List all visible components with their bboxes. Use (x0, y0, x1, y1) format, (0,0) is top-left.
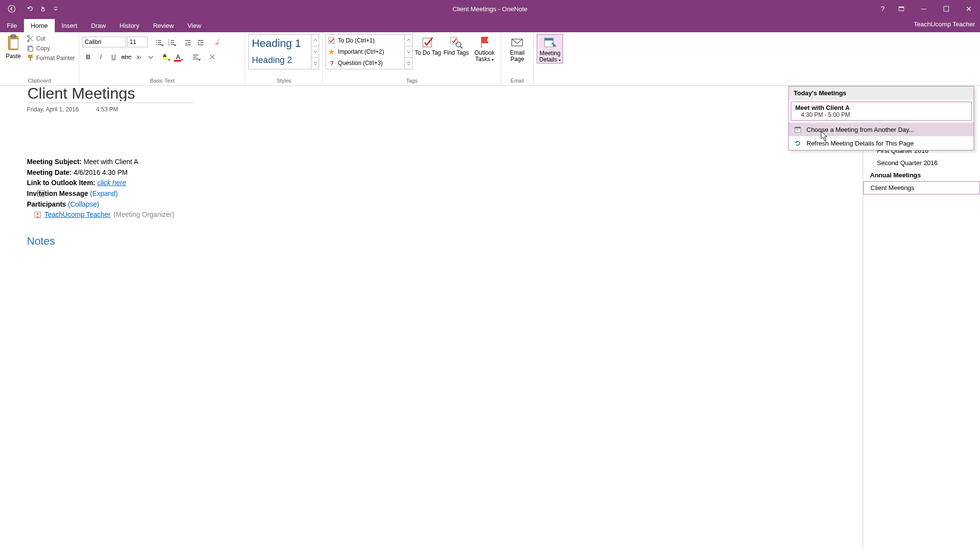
style-heading2[interactable]: Heading 2 (249, 52, 311, 69)
svg-rect-5 (944, 6, 949, 11)
dropdown-meeting-item[interactable]: Meet with Client A 4:30 PM - 5:00 PM (791, 102, 972, 121)
bold-button[interactable]: B (82, 51, 94, 63)
svg-point-49 (37, 213, 39, 215)
group-label-basic-text: Basic Text (82, 77, 242, 84)
page-title[interactable]: Client Meetings (27, 86, 193, 102)
format-painter-button[interactable]: Format Painter (25, 54, 76, 63)
tags-up[interactable] (405, 35, 412, 46)
meeting-icon (543, 36, 557, 49)
meeting-details-block: Meeting Subject: Meet with Client A Meet… (27, 157, 843, 220)
styles-more[interactable] (311, 58, 319, 69)
svg-rect-30 (198, 40, 203, 41)
minimize-button[interactable] (913, 0, 935, 18)
font-size-select[interactable] (127, 37, 148, 47)
expand-toggle[interactable]: + (38, 190, 44, 197)
ribbon-display-button[interactable] (890, 0, 913, 18)
outlook-link[interactable]: click here (97, 179, 126, 187)
tab-review[interactable]: Review (146, 19, 181, 32)
group-label-styles: Styles (248, 77, 319, 84)
back-button[interactable] (6, 3, 18, 15)
tag-todo[interactable]: To Do (Ctrl+1) (326, 35, 404, 46)
highlight-button[interactable] (159, 51, 171, 63)
find-tags-button[interactable]: Find Tags (443, 34, 469, 56)
tags-down[interactable] (405, 46, 412, 58)
font-color-button[interactable]: A (172, 51, 184, 63)
invitation-label: Invitation Message (27, 190, 88, 197)
group-label-meetings (537, 83, 563, 84)
delete-button[interactable] (206, 51, 218, 63)
page-canvas[interactable]: Client Meetings Friday, April 1, 2016 4:… (0, 86, 863, 549)
font-select[interactable] (82, 37, 126, 47)
close-button[interactable] (958, 0, 980, 18)
expand-link[interactable]: (Expand) (90, 190, 118, 197)
outdent-button[interactable] (182, 36, 194, 48)
copy-label: Copy (36, 45, 50, 52)
underline-button[interactable]: U (108, 51, 119, 63)
sidebar-item-q2[interactable]: Second Quarter 2016 (863, 157, 980, 169)
svg-rect-26 (171, 44, 174, 45)
scissors-icon (26, 35, 34, 42)
svg-rect-12 (29, 47, 33, 51)
svg-rect-41 (407, 62, 410, 63)
maximize-button[interactable] (935, 0, 958, 18)
subject-label: Meeting Subject: (27, 158, 82, 166)
link-label: Link to Outlook Item: (27, 179, 95, 187)
sidebar-item-annual[interactable]: Annual Meetings (863, 169, 980, 181)
tab-file[interactable]: File (0, 19, 24, 32)
meeting-details-button[interactable]: Meeting Details ▾ (537, 34, 563, 63)
tags-more[interactable] (405, 58, 412, 69)
numbering-button[interactable]: 123 (165, 36, 177, 48)
styles-up[interactable] (311, 35, 319, 46)
envelope-icon (510, 35, 524, 49)
touch-mode-button[interactable] (37, 3, 49, 15)
choose-meeting-item[interactable]: Choose a Meeting from Another Day... (789, 123, 974, 136)
tab-view[interactable]: View (181, 19, 208, 32)
indent-button[interactable] (195, 36, 206, 48)
tag-important[interactable]: Important (Ctrl+2) (326, 46, 404, 57)
style-heading1[interactable]: Heading 1 (249, 35, 311, 52)
group-styles: Heading 1 Heading 2 Styles (245, 32, 323, 85)
cut-button[interactable]: Cut (25, 34, 76, 43)
svg-rect-52 (796, 129, 797, 130)
tab-home[interactable]: Home (24, 19, 55, 32)
page-time: 4:53 PM (96, 106, 118, 113)
paste-button[interactable]: Paste (3, 34, 23, 60)
svg-rect-35 (193, 55, 198, 56)
outlook-tasks-button[interactable]: Outlook Tasks ▾ (471, 34, 498, 63)
user-name[interactable]: TeachUcomp Teacher (914, 21, 976, 28)
meeting-details-dropdown: Today's Meetings Meet with Client A 4:30… (788, 86, 974, 150)
bullets-button[interactable] (152, 36, 164, 48)
strikethrough-button[interactable]: abc (120, 51, 132, 63)
copy-button[interactable]: Copy (25, 44, 76, 53)
person-icon (34, 211, 42, 219)
styles-gallery[interactable]: Heading 1 Heading 2 (248, 34, 319, 69)
refresh-meeting-item[interactable]: Refresh Meeting Details for This Page (789, 136, 974, 150)
organizer-link[interactable]: TeachUcomp Teacher (44, 210, 110, 220)
notes-heading[interactable]: Notes (27, 235, 843, 248)
collapse-link[interactable]: (Collapse) (68, 200, 99, 208)
sidebar-item-client[interactable]: Client Meetings (863, 181, 980, 194)
calendar-icon (794, 126, 802, 133)
clear-formatting-button[interactable] (211, 36, 223, 48)
subscript-button[interactable]: x₂ (133, 51, 145, 63)
qat-customize-button[interactable] (50, 3, 62, 15)
help-button[interactable]: ? (875, 0, 890, 18)
tags-gallery[interactable]: To Do (Ctrl+1) Important (Ctrl+2) ?Quest… (326, 34, 413, 69)
title-bar: Client Meetings - OneNote ? (0, 0, 980, 18)
tab-draw[interactable]: Draw (84, 19, 112, 32)
content-area: Client Meetings Friday, April 1, 2016 4:… (0, 86, 980, 549)
tab-insert[interactable]: Insert (55, 19, 85, 32)
undo-button[interactable] (24, 3, 36, 15)
group-basic-text: 123 B I U abc x₂ A (79, 32, 245, 85)
date-value: 4/6/2016 4:30 PM (74, 169, 128, 176)
script-dropdown[interactable] (146, 51, 155, 63)
styles-down[interactable] (311, 46, 319, 58)
italic-button[interactable]: I (95, 51, 107, 63)
tag-question[interactable]: ?Question (Ctrl+3) (326, 58, 404, 69)
dropdown-meeting-time: 4:30 PM - 5:00 PM (795, 111, 967, 118)
email-page-button[interactable]: Email Page (504, 34, 530, 63)
svg-rect-42 (423, 38, 432, 47)
todo-tag-button[interactable]: To Do Tag (414, 34, 441, 56)
align-button[interactable] (190, 51, 201, 63)
tab-history[interactable]: History (113, 19, 146, 32)
